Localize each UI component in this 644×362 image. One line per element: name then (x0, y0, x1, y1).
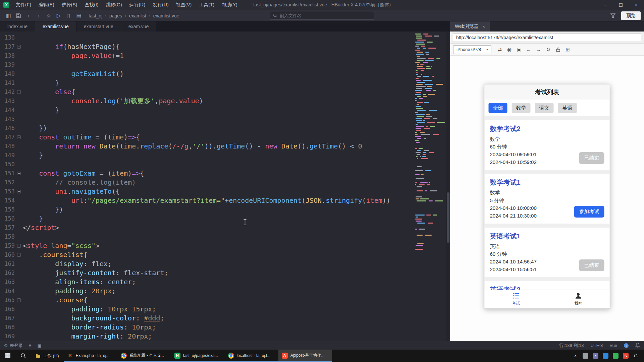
web-browser-tab[interactable]: Web浏览器 × (450, 21, 490, 32)
grid-icon[interactable]: ⊞ (564, 45, 572, 54)
exam-card[interactable]: 英语考试1英语60 分钟2024-04-10 14:56:472024-04-1… (485, 228, 610, 277)
fold-marker-icon[interactable] (17, 253, 21, 257)
code-line[interactable]: 155 }) (0, 205, 414, 214)
code-line[interactable]: 151 const gotoExam = (item)=>{ (0, 169, 414, 178)
code-line[interactable]: 168 border-radius: 10rpx; (0, 323, 414, 332)
code-line[interactable]: 149 } (0, 151, 414, 160)
browser-forward-icon[interactable]: → (534, 45, 543, 54)
device-select[interactable]: iPhone 6/7/8 ▾ (453, 45, 491, 54)
exam-action-button[interactable]: 已结束 (579, 259, 604, 271)
taskbar-work-toolbar[interactable]: 工作 (H) (31, 350, 64, 362)
code-line[interactable]: 140 getExamList() (0, 69, 414, 78)
taskbar-app[interactable]: 系统配置 - 个人 2... (117, 350, 171, 362)
encoding-label[interactable]: UTF-8 (591, 343, 603, 348)
fold-marker-icon[interactable] (17, 90, 21, 94)
code-line[interactable]: 164 padding: 20rpx; (0, 287, 414, 296)
exam-action-button[interactable]: 参加考试 (574, 206, 604, 218)
exam-card[interactable]: 英语考试2 (485, 281, 610, 290)
close-tab-icon[interactable]: × (483, 24, 485, 29)
eye-icon[interactable]: ◉ (505, 45, 514, 54)
sidebar-toggle-icon[interactable]: ◧ (3, 11, 13, 20)
filter-button[interactable]: 全部 (489, 103, 507, 113)
tab-exam[interactable]: 考试 (485, 290, 547, 308)
menu-item[interactable]: 跳转(G) (102, 0, 125, 10)
start-button[interactable] (0, 350, 15, 362)
tray-app-2-icon[interactable]: e (593, 353, 598, 359)
filter-funnel-icon[interactable] (608, 11, 618, 20)
code-line[interactable]: 145 (0, 115, 414, 124)
editor-tab[interactable]: index.vue (0, 21, 35, 32)
code-line[interactable]: 161 display: flex; (0, 259, 414, 268)
taskbar-app[interactable]: localhost - fa_oj.f... (225, 350, 278, 362)
browser-back-icon[interactable]: ← (525, 45, 533, 54)
code-line[interactable]: 144 } (0, 106, 414, 115)
menu-item[interactable]: 查找(I) (81, 0, 102, 10)
notification-bell-icon[interactable] (635, 343, 640, 349)
login-status[interactable]: ⊙ 未登录 (4, 343, 23, 349)
rotate-device-icon[interactable]: ⇄ (495, 45, 504, 54)
breadcrumb-item[interactable]: fast_oj (89, 13, 102, 18)
breadcrumb-item[interactable]: examlist.vue (153, 13, 179, 18)
menu-item[interactable]: 文件(F) (12, 0, 35, 10)
nav-back-icon[interactable]: ‹ (23, 11, 34, 20)
code-line[interactable]: 141 } (0, 78, 414, 87)
close-button[interactable]: × (629, 0, 644, 10)
menu-item[interactable]: 视图(V) (172, 0, 196, 10)
filter-button[interactable]: 语文 (535, 103, 554, 113)
sync-icon[interactable]: ↓ (624, 343, 629, 348)
fold-marker-icon[interactable] (17, 172, 21, 175)
code-line[interactable]: 150 (0, 160, 414, 169)
refresh-icon[interactable]: ↻ (544, 45, 552, 54)
file-search-box[interactable]: 输入文件名 (270, 12, 374, 20)
tray-app-3-icon[interactable] (603, 353, 608, 359)
menu-item[interactable]: 帮助(Y) (218, 0, 241, 10)
code-line[interactable]: 163 align-items: center; (0, 278, 414, 287)
code-line[interactable]: 169 margin-right: 20rpx; (0, 332, 414, 341)
menu-item[interactable]: 编辑(E) (35, 0, 58, 10)
taskbar-search-button[interactable] (15, 350, 31, 362)
exam-list[interactable]: 数学考试2数学60 分钟2024-04-10 09:59:012024-04-1… (485, 116, 610, 290)
outline-icon[interactable]: ≡ (29, 343, 32, 348)
menu-item[interactable]: 工具(T) (195, 0, 218, 10)
exam-card[interactable]: 数学考试1数学5 分钟2024-04-10 10:00:002024-04-21… (485, 174, 610, 224)
taskbar-app[interactable]: ×Exam.php - fa_oj... (64, 350, 117, 362)
url-input[interactable]: http://localhost:5173/#/pages/examlist/e… (453, 33, 641, 42)
code-line[interactable]: 152 // console.log(item) (0, 178, 414, 187)
code-line[interactable]: 139 (0, 60, 414, 69)
tray-app-4-icon[interactable] (613, 353, 619, 359)
code-line[interactable]: 159<style lang="scss"> (0, 241, 414, 250)
sogou-icon[interactable]: S (623, 353, 629, 359)
editor-tab[interactable]: exam.vue (121, 21, 157, 32)
tray-notification-icon[interactable] (633, 353, 639, 359)
filter-button[interactable]: 数学 (512, 103, 531, 113)
code-line[interactable]: 154 url:"/pages/examstart/examstart?item… (0, 196, 414, 205)
code-line[interactable]: 147 const outTime = (time)=>{ (0, 133, 414, 142)
editor-tab[interactable]: examlist.vue (35, 21, 76, 32)
tab-profile[interactable]: 我的 (547, 290, 610, 308)
code-line[interactable]: 137 if(hasNextPage){ (0, 42, 414, 51)
exam-card[interactable]: 数学考试2数学60 分钟2024-04-10 09:59:012024-04-1… (485, 120, 610, 170)
breadcrumb-item[interactable]: examlist (129, 13, 146, 18)
editor-scrollbar[interactable] (446, 32, 450, 341)
minimap[interactable] (414, 32, 446, 341)
breadcrumb-item[interactable]: pages (109, 13, 122, 18)
minimize-button[interactable]: ─ (598, 0, 613, 10)
fold-marker-icon[interactable] (17, 244, 21, 248)
editor-tab[interactable]: examstart.vue (76, 21, 121, 32)
fold-marker-icon[interactable] (17, 45, 21, 49)
code-line[interactable]: 136 (0, 33, 414, 42)
code-line[interactable]: 142 else{ (0, 87, 414, 97)
fold-marker-icon[interactable] (17, 135, 21, 139)
run-icon[interactable]: ▷ (54, 11, 64, 20)
code-line[interactable]: 146 }) (0, 124, 414, 133)
tray-app-1-icon[interactable] (583, 353, 588, 359)
code-line[interactable]: 162 justify-content: flex-start; (0, 268, 414, 278)
scrollbar-thumb[interactable] (447, 192, 449, 243)
device-icon[interactable]: ▯ (64, 11, 74, 20)
code-line[interactable]: 148 return new Date(time.replace(/-/g,'/… (0, 142, 414, 151)
fold-marker-icon[interactable] (17, 298, 21, 302)
code-line[interactable]: 157</script> (0, 223, 414, 232)
language-mode[interactable]: Vue (609, 343, 617, 348)
maximize-button[interactable]: ☐ (613, 0, 629, 10)
code-line[interactable]: 143 console.log('加载更多',page.value) (0, 97, 414, 106)
